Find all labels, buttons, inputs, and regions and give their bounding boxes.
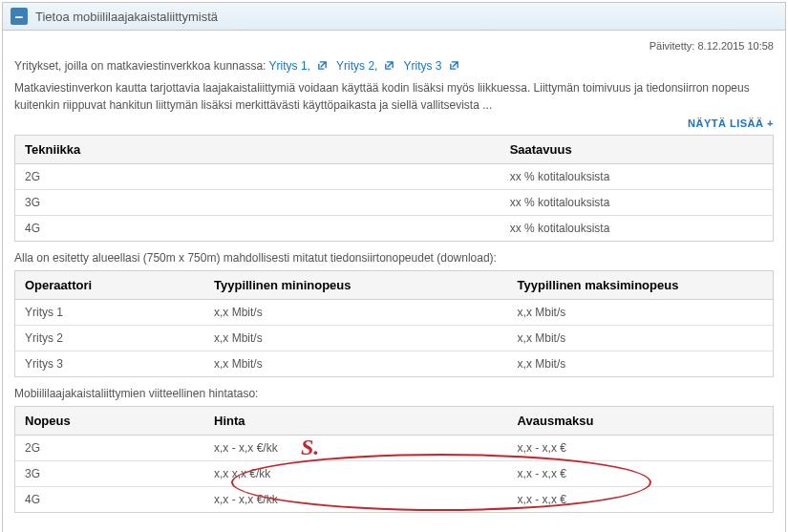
panel-title: Tietoa mobiililaajakaistaliittymistä	[35, 10, 218, 24]
cell-speed: 3G	[15, 460, 205, 486]
cell-max: x,x Mbit/s	[508, 351, 774, 376]
cell-tech: 3G	[15, 189, 500, 215]
col-openfee: Avausmaksu	[508, 406, 774, 435]
companies-line: Yritykset, joilla on matkaviestinverkkoa…	[14, 59, 774, 74]
col-speed: Nopeus	[15, 406, 205, 435]
cell-avail: xx % kotitalouksista	[500, 163, 774, 189]
cell-avail: xx % kotitalouksista	[500, 189, 774, 215]
cell-tech: 4G	[15, 215, 500, 241]
company-link-label: Yritys 1,	[269, 59, 310, 73]
external-link-icon	[449, 60, 459, 74]
cell-tech: 2G	[15, 163, 500, 189]
table-row: 2Gx,x - x,x €/kkx,x - x,x €	[15, 435, 774, 460]
speeds-caption: Alla on esitetty alueellasi (750m x 750m…	[14, 251, 774, 265]
company-link-3[interactable]: Yritys 3	[404, 59, 442, 73]
table-row: 4Gxx % kotitalouksista	[15, 215, 774, 241]
cell-op: Yritys 2	[15, 325, 205, 351]
company-link-label: Yritys 2,	[336, 59, 377, 73]
col-price: Hinta	[204, 406, 508, 435]
cell-max: x,x Mbit/s	[508, 325, 774, 351]
cell-max: x,x Mbit/s	[508, 299, 774, 325]
col-operator: Operaattori	[15, 270, 205, 299]
info-panel: − Tietoa mobiililaajakaistaliittymistä P…	[2, 2, 786, 532]
updated-label: Päivitetty:	[650, 40, 695, 52]
price-caption: Mobiililaajakaistaliittymien viitteellin…	[14, 387, 774, 400]
description-text: Matkaviestinverkon kautta tarjottavia la…	[14, 79, 774, 114]
company-link-2[interactable]: Yritys 2,	[336, 59, 377, 73]
cell-price: x,x - x,x €/kk	[204, 435, 508, 460]
cell-open: x,x - x,x €	[508, 486, 774, 512]
external-link-icon	[384, 60, 394, 74]
table-row: Yritys 2x,x Mbit/sx,x Mbit/s	[15, 325, 774, 351]
updated-line: Päivitetty: 8.12.2015 10:58	[14, 40, 774, 52]
cell-op: Yritys 1	[15, 299, 205, 325]
cell-min: x,x Mbit/s	[204, 325, 508, 351]
table-row: 2Gxx % kotitalouksista	[15, 163, 774, 189]
cell-price: x,x - x,x €/kk	[204, 486, 508, 512]
col-maxspeed: Tyypillinen maksiminopeus	[508, 270, 774, 299]
cell-op: Yritys 3	[15, 351, 205, 376]
panel-header: − Tietoa mobiililaajakaistaliittymistä	[3, 3, 785, 31]
table-row: 3Gx,x x,x €/kkx,x - x,x €	[15, 460, 774, 486]
panel-body: Päivitetty: 8.12.2015 10:58 Yritykset, j…	[3, 31, 785, 532]
speeds-table: Operaattori Tyypillinen mininopeus Tyypi…	[14, 270, 774, 377]
updated-value: 8.12.2015 10:58	[697, 40, 774, 52]
price-table: Nopeus Hinta Avausmaksu 2Gx,x - x,x €/kk…	[14, 406, 774, 513]
table-row: 3Gxx % kotitalouksista	[15, 189, 774, 215]
table-row: 4Gx,x - x,x €/kkx,x - x,x €	[15, 486, 774, 512]
company-link-1[interactable]: Yritys 1,	[269, 59, 310, 73]
cell-open: x,x - x,x €	[508, 460, 774, 486]
cell-avail: xx % kotitalouksista	[500, 215, 774, 241]
col-avail: Saatavuus	[500, 135, 774, 163]
collapse-button[interactable]: −	[11, 8, 28, 25]
cell-speed: 4G	[15, 486, 205, 512]
cell-min: x,x Mbit/s	[204, 351, 508, 376]
col-minspeed: Tyypillinen mininopeus	[204, 270, 508, 299]
cell-min: x,x Mbit/s	[204, 299, 508, 325]
cell-speed: 2G	[15, 435, 205, 460]
show-more-link[interactable]: NÄYTÄ LISÄÄ +	[14, 117, 774, 129]
col-tech: Tekniikka	[15, 135, 500, 163]
cell-price: x,x x,x €/kk	[204, 460, 508, 486]
company-link-label: Yritys 3	[404, 59, 442, 73]
companies-prefix: Yritykset, joilla on matkaviestinverkkoa…	[14, 59, 266, 73]
table-row: Yritys 3x,x Mbit/sx,x Mbit/s	[15, 351, 774, 376]
availability-table: Tekniikka Saatavuus 2Gxx % kotitalouksis…	[14, 135, 774, 242]
table-row: Yritys 1x,x Mbit/sx,x Mbit/s	[15, 299, 774, 325]
cell-open: x,x - x,x €	[508, 435, 774, 460]
external-link-icon	[317, 60, 328, 74]
